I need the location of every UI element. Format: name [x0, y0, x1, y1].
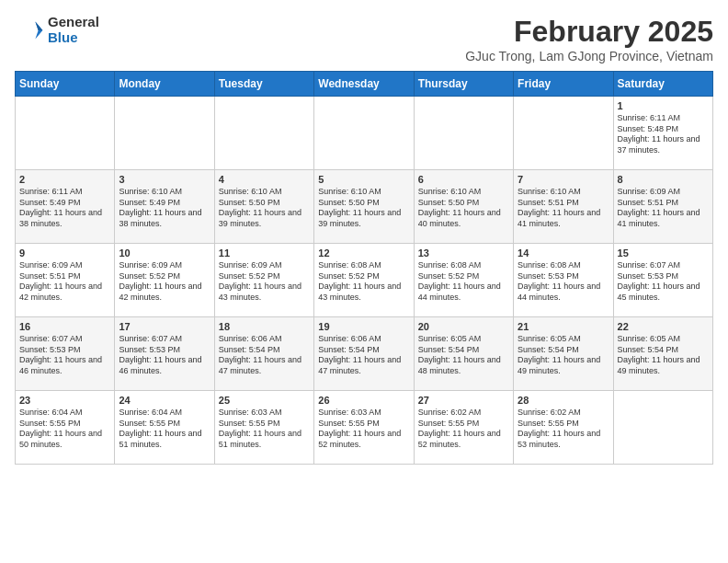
location-title: GJuc Trong, Lam GJong Province, Vietnam	[465, 49, 713, 63]
calendar-cell: 5Sunrise: 6:10 AM Sunset: 5:50 PM Daylig…	[314, 170, 414, 244]
calendar-table: SundayMondayTuesdayWednesdayThursdayFrid…	[15, 71, 713, 465]
day-number: 26	[318, 395, 409, 406]
day-info: Sunrise: 6:07 AM Sunset: 5:53 PM Dayligh…	[19, 334, 110, 377]
day-number: 10	[119, 247, 210, 259]
logo-blue-text: Blue	[48, 30, 99, 46]
day-number: 24	[119, 395, 210, 406]
col-header-thursday: Thursday	[414, 72, 513, 97]
calendar-cell: 16Sunrise: 6:07 AM Sunset: 5:53 PM Dayli…	[16, 317, 115, 391]
day-info: Sunrise: 6:03 AM Sunset: 5:55 PM Dayligh…	[219, 408, 310, 451]
logo: General Blue	[15, 15, 99, 45]
calendar-cell: 27Sunrise: 6:02 AM Sunset: 5:55 PM Dayli…	[414, 391, 513, 465]
calendar-cell	[115, 97, 214, 170]
day-number: 18	[219, 321, 310, 332]
day-number: 14	[518, 247, 609, 259]
title-block: February 2025 GJuc Trong, Lam GJong Prov…	[465, 15, 713, 63]
calendar-cell: 3Sunrise: 6:10 AM Sunset: 5:49 PM Daylig…	[115, 170, 214, 244]
calendar-week-row: 16Sunrise: 6:07 AM Sunset: 5:53 PM Dayli…	[16, 317, 713, 391]
col-header-sunday: Sunday	[16, 72, 115, 97]
day-number: 2	[19, 174, 110, 185]
calendar-cell: 25Sunrise: 6:03 AM Sunset: 5:55 PM Dayli…	[214, 391, 313, 465]
day-number: 12	[318, 247, 409, 259]
day-number: 27	[418, 395, 509, 406]
calendar-cell: 11Sunrise: 6:09 AM Sunset: 5:52 PM Dayli…	[214, 244, 313, 317]
day-info: Sunrise: 6:09 AM Sunset: 5:52 PM Dayligh…	[119, 260, 210, 304]
day-number: 16	[19, 321, 110, 332]
day-number: 25	[219, 395, 310, 406]
day-info: Sunrise: 6:10 AM Sunset: 5:50 PM Dayligh…	[418, 187, 509, 230]
col-header-wednesday: Wednesday	[314, 72, 414, 97]
calendar-cell: 6Sunrise: 6:10 AM Sunset: 5:50 PM Daylig…	[414, 170, 513, 244]
calendar-cell	[514, 97, 613, 170]
day-info: Sunrise: 6:07 AM Sunset: 5:53 PM Dayligh…	[119, 334, 210, 377]
day-info: Sunrise: 6:06 AM Sunset: 5:54 PM Dayligh…	[219, 334, 310, 377]
svg-marker-1	[35, 21, 42, 30]
day-info: Sunrise: 6:09 AM Sunset: 5:51 PM Dayligh…	[19, 260, 110, 304]
calendar-cell: 13Sunrise: 6:08 AM Sunset: 5:52 PM Dayli…	[414, 244, 513, 317]
calendar-cell	[414, 97, 513, 170]
day-info: Sunrise: 6:05 AM Sunset: 5:54 PM Dayligh…	[518, 334, 609, 377]
calendar-week-row: 1Sunrise: 6:11 AM Sunset: 5:48 PM Daylig…	[16, 97, 713, 170]
calendar-cell	[314, 97, 414, 170]
day-number: 3	[119, 174, 210, 185]
day-number: 19	[318, 321, 409, 332]
calendar-header-row: SundayMondayTuesdayWednesdayThursdayFrid…	[16, 72, 713, 97]
calendar-cell: 14Sunrise: 6:08 AM Sunset: 5:53 PM Dayli…	[514, 244, 613, 317]
day-info: Sunrise: 6:04 AM Sunset: 5:55 PM Dayligh…	[19, 408, 110, 451]
day-info: Sunrise: 6:03 AM Sunset: 5:55 PM Dayligh…	[318, 408, 409, 451]
calendar-cell: 1Sunrise: 6:11 AM Sunset: 5:48 PM Daylig…	[613, 97, 712, 170]
logo-icon	[15, 16, 44, 45]
calendar-cell: 28Sunrise: 6:02 AM Sunset: 5:55 PM Dayli…	[514, 391, 613, 465]
calendar-cell: 22Sunrise: 6:05 AM Sunset: 5:54 PM Dayli…	[613, 317, 712, 391]
calendar-cell: 9Sunrise: 6:09 AM Sunset: 5:51 PM Daylig…	[16, 244, 115, 317]
calendar-cell: 17Sunrise: 6:07 AM Sunset: 5:53 PM Dayli…	[115, 317, 214, 391]
day-info: Sunrise: 6:10 AM Sunset: 5:50 PM Dayligh…	[318, 187, 409, 230]
col-header-friday: Friday	[514, 72, 613, 97]
day-number: 23	[19, 395, 110, 406]
col-header-tuesday: Tuesday	[214, 72, 313, 97]
col-header-monday: Monday	[115, 72, 214, 97]
day-number: 5	[318, 174, 409, 185]
day-number: 1	[618, 100, 709, 111]
day-info: Sunrise: 6:05 AM Sunset: 5:54 PM Dayligh…	[618, 334, 709, 377]
calendar-cell: 19Sunrise: 6:06 AM Sunset: 5:54 PM Dayli…	[314, 317, 414, 391]
col-header-saturday: Saturday	[613, 72, 712, 97]
day-info: Sunrise: 6:08 AM Sunset: 5:53 PM Dayligh…	[518, 260, 609, 304]
day-number: 6	[418, 174, 509, 185]
day-info: Sunrise: 6:07 AM Sunset: 5:53 PM Dayligh…	[618, 260, 709, 304]
day-info: Sunrise: 6:02 AM Sunset: 5:55 PM Dayligh…	[518, 408, 609, 451]
day-info: Sunrise: 6:10 AM Sunset: 5:49 PM Dayligh…	[119, 187, 210, 230]
calendar-week-row: 2Sunrise: 6:11 AM Sunset: 5:49 PM Daylig…	[16, 170, 713, 244]
day-number: 17	[119, 321, 210, 332]
page-header: General Blue February 2025 GJuc Trong, L…	[15, 15, 713, 63]
calendar-cell: 15Sunrise: 6:07 AM Sunset: 5:53 PM Dayli…	[613, 244, 712, 317]
calendar-cell	[214, 97, 313, 170]
day-number: 11	[219, 247, 310, 259]
calendar-cell: 4Sunrise: 6:10 AM Sunset: 5:50 PM Daylig…	[214, 170, 313, 244]
day-info: Sunrise: 6:11 AM Sunset: 5:48 PM Dayligh…	[618, 113, 709, 156]
day-info: Sunrise: 6:09 AM Sunset: 5:52 PM Dayligh…	[219, 260, 310, 304]
calendar-cell	[613, 391, 712, 465]
day-info: Sunrise: 6:09 AM Sunset: 5:51 PM Dayligh…	[618, 187, 709, 230]
calendar-cell: 20Sunrise: 6:05 AM Sunset: 5:54 PM Dayli…	[414, 317, 513, 391]
day-info: Sunrise: 6:08 AM Sunset: 5:52 PM Dayligh…	[418, 260, 509, 304]
calendar-cell: 7Sunrise: 6:10 AM Sunset: 5:51 PM Daylig…	[514, 170, 613, 244]
day-number: 22	[618, 321, 709, 332]
day-number: 28	[518, 395, 609, 406]
day-number: 20	[418, 321, 509, 332]
calendar-cell: 2Sunrise: 6:11 AM Sunset: 5:49 PM Daylig…	[16, 170, 115, 244]
calendar-cell: 26Sunrise: 6:03 AM Sunset: 5:55 PM Dayli…	[314, 391, 414, 465]
calendar-cell: 8Sunrise: 6:09 AM Sunset: 5:51 PM Daylig…	[613, 170, 712, 244]
calendar-cell: 18Sunrise: 6:06 AM Sunset: 5:54 PM Dayli…	[214, 317, 313, 391]
calendar-week-row: 23Sunrise: 6:04 AM Sunset: 5:55 PM Dayli…	[16, 391, 713, 465]
day-number: 9	[19, 247, 110, 259]
calendar-cell: 12Sunrise: 6:08 AM Sunset: 5:52 PM Dayli…	[314, 244, 414, 317]
calendar-cell: 24Sunrise: 6:04 AM Sunset: 5:55 PM Dayli…	[115, 391, 214, 465]
logo-general-text: General	[48, 15, 99, 30]
month-title: February 2025	[465, 15, 713, 49]
day-info: Sunrise: 6:05 AM Sunset: 5:54 PM Dayligh…	[418, 334, 509, 377]
day-number: 4	[219, 174, 310, 185]
day-number: 7	[518, 174, 609, 185]
day-number: 15	[618, 247, 709, 259]
day-info: Sunrise: 6:04 AM Sunset: 5:55 PM Dayligh…	[119, 408, 210, 451]
